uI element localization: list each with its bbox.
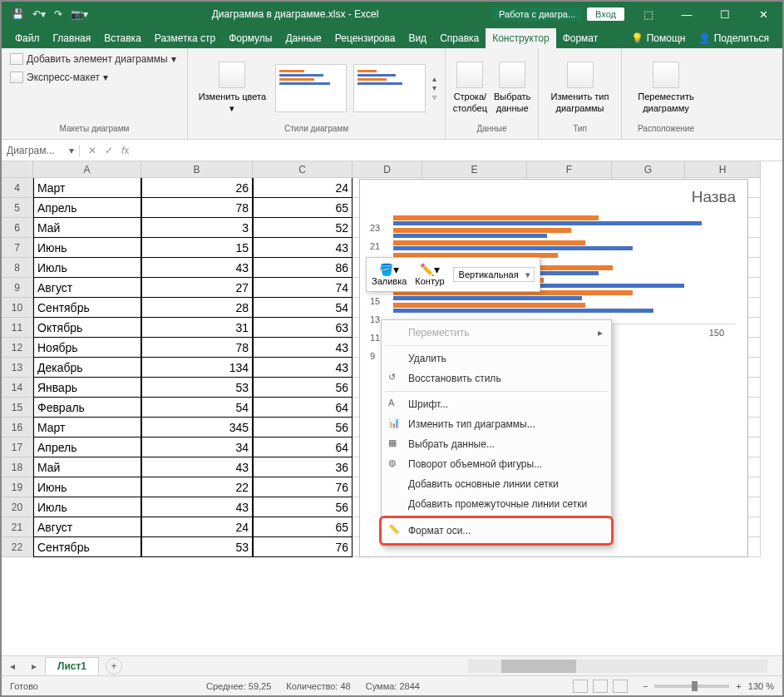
cell[interactable]: 31 bbox=[141, 318, 253, 338]
select-all-corner[interactable] bbox=[2, 161, 33, 178]
col-header[interactable]: E bbox=[422, 161, 527, 178]
tab-review[interactable]: Рецензирова bbox=[328, 28, 402, 48]
tab-data[interactable]: Данные bbox=[279, 28, 328, 48]
cell[interactable]: 76 bbox=[253, 477, 353, 497]
row-header[interactable]: 9 bbox=[2, 278, 33, 298]
outline-button[interactable]: ✏️▾Контур bbox=[415, 263, 444, 286]
cell[interactable]: Апрель bbox=[33, 437, 141, 457]
cell[interactable]: 53 bbox=[141, 378, 253, 398]
cell[interactable]: 65 bbox=[253, 198, 353, 218]
chart-style-2[interactable] bbox=[353, 64, 426, 112]
horizontal-scrollbar[interactable] bbox=[468, 660, 767, 673]
menu-rotate-3d[interactable]: ◍Поворот объемной фигуры... bbox=[382, 454, 611, 474]
row-header[interactable]: 18 bbox=[2, 457, 33, 477]
tab-home[interactable]: Главная bbox=[47, 28, 98, 48]
sheet-tab-1[interactable]: Лист1 bbox=[45, 657, 99, 675]
row-header[interactable]: 12 bbox=[2, 338, 33, 358]
cell[interactable]: 24 bbox=[253, 178, 353, 198]
tab-formulas[interactable]: Формулы bbox=[222, 28, 279, 48]
cell[interactable]: Март bbox=[33, 418, 141, 437]
tab-layout[interactable]: Разметка стр bbox=[148, 28, 222, 48]
row-header[interactable]: 14 bbox=[2, 378, 33, 398]
row-header[interactable]: 17 bbox=[2, 437, 33, 457]
cell[interactable]: Ноябрь bbox=[33, 338, 141, 358]
cell[interactable]: 26 bbox=[141, 178, 253, 198]
menu-change-type[interactable]: 📊Изменить тип диаграммы... bbox=[382, 414, 611, 434]
cell[interactable]: Июнь bbox=[33, 238, 141, 258]
cell[interactable]: 345 bbox=[141, 418, 253, 437]
cell[interactable]: 86 bbox=[253, 258, 353, 278]
cell[interactable]: 63 bbox=[253, 318, 353, 338]
chart-style-1[interactable] bbox=[275, 64, 348, 112]
cell[interactable]: Июнь bbox=[33, 477, 141, 497]
row-header[interactable]: 15 bbox=[2, 398, 33, 418]
cell[interactable]: 43 bbox=[141, 457, 253, 477]
menu-delete[interactable]: Удалить bbox=[382, 348, 611, 368]
cell[interactable]: 74 bbox=[253, 278, 353, 298]
row-header[interactable]: 19 bbox=[2, 477, 33, 497]
cell[interactable]: 28 bbox=[141, 298, 253, 318]
cell[interactable]: Февраль bbox=[33, 398, 141, 418]
enter-icon[interactable]: ✓ bbox=[105, 145, 113, 156]
view-switcher[interactable] bbox=[573, 680, 628, 693]
cell[interactable]: 43 bbox=[253, 358, 353, 378]
cell[interactable]: Июль bbox=[33, 497, 141, 517]
row-header[interactable]: 13 bbox=[2, 358, 33, 378]
cell[interactable]: 64 bbox=[253, 398, 353, 418]
change-chart-type-button[interactable]: Изменить тип диаграммы bbox=[547, 62, 613, 113]
sheet-nav-prev-icon[interactable]: ◂ bbox=[2, 660, 23, 672]
tab-view[interactable]: Вид bbox=[402, 28, 433, 48]
cell[interactable]: Август bbox=[33, 517, 141, 537]
menu-reset-style[interactable]: ↺Восстановить стиль bbox=[382, 368, 611, 388]
cell[interactable]: 27 bbox=[141, 278, 253, 298]
cell[interactable]: Сентябрь bbox=[33, 537, 141, 557]
cell[interactable]: 65 bbox=[253, 517, 353, 537]
cell[interactable]: 53 bbox=[141, 537, 253, 557]
sheet-nav-next-icon[interactable]: ▸ bbox=[23, 660, 45, 672]
col-header[interactable]: B bbox=[141, 161, 253, 178]
col-header[interactable]: G bbox=[612, 161, 685, 178]
cell[interactable]: 78 bbox=[141, 338, 253, 358]
cell[interactable]: Июль bbox=[33, 258, 141, 278]
cell[interactable]: Март bbox=[33, 178, 141, 198]
cell[interactable]: 54 bbox=[141, 398, 253, 418]
col-header[interactable]: C bbox=[253, 161, 353, 178]
row-header[interactable]: 7 bbox=[2, 238, 33, 258]
save-icon[interactable]: 💾 bbox=[12, 8, 24, 20]
zoom-level[interactable]: 130 % bbox=[748, 681, 774, 691]
move-chart-button[interactable]: Переместить диаграмму bbox=[630, 62, 702, 113]
menu-add-minor-gridlines[interactable]: Добавить промежуточные линии сетки bbox=[382, 494, 611, 514]
cell[interactable]: 43 bbox=[253, 238, 353, 258]
cell[interactable]: 43 bbox=[141, 258, 253, 278]
axis-dropdown[interactable]: Вертикальная bbox=[453, 267, 535, 282]
add-chart-element-button[interactable]: Добавить элемент диаграммы ▾ bbox=[10, 52, 176, 67]
cell[interactable]: 15 bbox=[141, 238, 253, 258]
menu-format-axis[interactable]: 📏Формат оси... bbox=[382, 521, 611, 541]
minimize-icon[interactable]: — bbox=[668, 8, 706, 21]
row-header[interactable]: 16 bbox=[2, 418, 33, 437]
zoom-in-icon[interactable]: + bbox=[736, 681, 741, 691]
change-colors-button[interactable]: Изменить цвета ▾ bbox=[196, 62, 269, 113]
chart-bar-group[interactable] bbox=[393, 240, 736, 250]
cell[interactable]: 56 bbox=[253, 378, 353, 398]
undo-icon[interactable]: ↶▾ bbox=[32, 8, 46, 20]
tab-format[interactable]: Формат bbox=[556, 28, 605, 48]
zoom-slider[interactable] bbox=[654, 685, 729, 688]
chart-bar-group[interactable] bbox=[393, 303, 736, 313]
chart-bar-group[interactable] bbox=[393, 228, 736, 238]
tab-insert[interactable]: Вставка bbox=[97, 28, 148, 48]
cell[interactable]: 76 bbox=[253, 537, 353, 557]
row-header[interactable]: 22 bbox=[2, 537, 33, 557]
cell[interactable]: Май bbox=[33, 218, 141, 238]
cell[interactable]: 43 bbox=[253, 338, 353, 358]
cell[interactable]: 3 bbox=[141, 218, 253, 238]
quick-layout-button[interactable]: Экспресс-макет ▾ bbox=[10, 70, 108, 85]
cell[interactable]: Январь bbox=[33, 378, 141, 398]
chart-bar-group[interactable] bbox=[393, 215, 736, 225]
cell[interactable]: 78 bbox=[141, 198, 253, 218]
cell[interactable]: 22 bbox=[141, 477, 253, 497]
fill-button[interactable]: 🪣▾Заливка bbox=[372, 263, 407, 286]
select-data-button[interactable]: Выбрать данные bbox=[494, 62, 530, 113]
row-header[interactable]: 11 bbox=[2, 318, 33, 338]
tab-help[interactable]: Справка bbox=[433, 28, 486, 48]
